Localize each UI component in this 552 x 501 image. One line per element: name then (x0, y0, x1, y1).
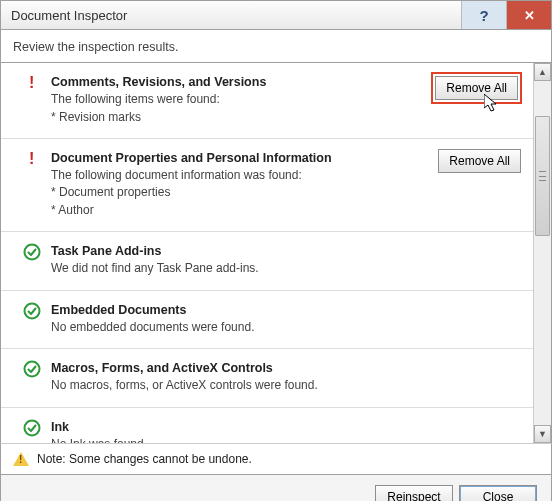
highlight-box: Remove All (432, 73, 521, 103)
result-item: InkNo Ink was found. (1, 408, 533, 443)
result-item: Task Pane Add-insWe did not find any Tas… (1, 232, 533, 291)
scroll-thumb[interactable] (535, 116, 550, 236)
result-text: Macros, Forms, and ActiveX ControlsNo ma… (43, 359, 521, 395)
alert-icon (23, 74, 43, 92)
content-area: Comments, Revisions, and VersionsThe fol… (0, 63, 552, 443)
result-heading: Ink (51, 418, 521, 436)
help-button[interactable]: ? (461, 1, 506, 29)
close-window-button[interactable]: ✕ (506, 1, 551, 29)
dialog-footer: Reinspect Close (0, 475, 552, 501)
result-action: Remove All (432, 73, 521, 103)
checkmark-icon (23, 243, 43, 261)
result-item: Macros, Forms, and ActiveX ControlsNo ma… (1, 349, 533, 408)
result-heading: Document Properties and Personal Informa… (51, 149, 430, 167)
svg-point-0 (25, 245, 40, 260)
result-text: Comments, Revisions, and VersionsThe fol… (43, 73, 424, 126)
footer-note: Note: Some changes cannot be undone. (0, 443, 552, 475)
result-heading: Embedded Documents (51, 301, 521, 319)
svg-point-3 (25, 420, 40, 435)
remove-all-button[interactable]: Remove All (435, 76, 518, 100)
result-item: Comments, Revisions, and VersionsThe fol… (1, 63, 533, 139)
result-body-line: The following items were found: (51, 91, 424, 108)
result-text: InkNo Ink was found. (43, 418, 521, 443)
result-heading: Task Pane Add-ins (51, 242, 521, 260)
result-body-line: No macros, forms, or ActiveX controls we… (51, 377, 521, 394)
titlebar: Document Inspector ? ✕ (0, 0, 552, 30)
scroll-track[interactable] (534, 81, 551, 425)
result-text: Task Pane Add-insWe did not find any Tas… (43, 242, 521, 278)
svg-point-1 (25, 303, 40, 318)
checkmark-icon (23, 360, 43, 378)
checkmark-icon (23, 419, 43, 437)
result-text: Embedded DocumentsNo embedded documents … (43, 301, 521, 337)
result-body-line: The following document information was f… (51, 167, 430, 184)
window-title: Document Inspector (1, 1, 461, 29)
result-body-line: * Author (51, 202, 430, 219)
results-list: Comments, Revisions, and VersionsThe fol… (1, 63, 533, 443)
result-action: Remove All (438, 149, 521, 173)
result-heading: Macros, Forms, and ActiveX Controls (51, 359, 521, 377)
close-button[interactable]: Close (459, 485, 537, 501)
result-item: Document Properties and Personal Informa… (1, 139, 533, 232)
svg-point-2 (25, 362, 40, 377)
footer-note-text: Note: Some changes cannot be undone. (37, 452, 252, 466)
scroll-down-button[interactable]: ▼ (534, 425, 551, 443)
result-body-line: * Document properties (51, 184, 430, 201)
checkmark-icon (23, 302, 43, 320)
result-body-line: No Ink was found. (51, 436, 521, 443)
warning-icon (13, 452, 29, 466)
subheader: Review the inspection results. (0, 30, 552, 63)
result-text: Document Properties and Personal Informa… (43, 149, 430, 219)
result-heading: Comments, Revisions, and Versions (51, 73, 424, 91)
result-body-line: * Revision marks (51, 109, 424, 126)
result-body-line: No embedded documents were found. (51, 319, 521, 336)
alert-icon (23, 150, 43, 168)
reinspect-button[interactable]: Reinspect (375, 485, 453, 501)
result-body-line: We did not find any Task Pane add-ins. (51, 260, 521, 277)
scrollbar[interactable]: ▲ ▼ (533, 63, 551, 443)
remove-all-button[interactable]: Remove All (438, 149, 521, 173)
scroll-up-button[interactable]: ▲ (534, 63, 551, 81)
result-item: Embedded DocumentsNo embedded documents … (1, 291, 533, 350)
